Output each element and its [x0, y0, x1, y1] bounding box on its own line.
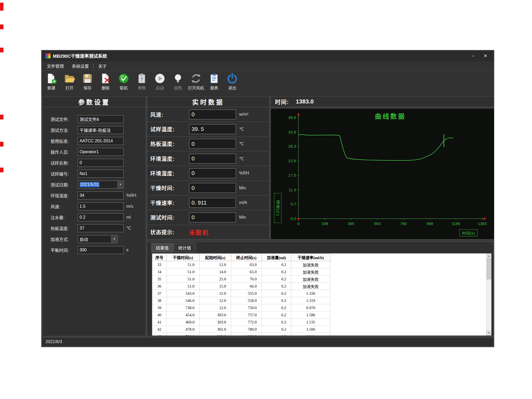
parameters-clipboard-icon: ?: [136, 73, 147, 84]
text-input[interactable]: 34: [78, 192, 124, 200]
table-cell: 0.2: [262, 304, 291, 311]
table-row[interactable]: 3551.025.076.00.2加液失败: [152, 276, 330, 283]
table-row[interactable]: 40454.0303.0757.00.21.586: [152, 311, 330, 319]
table-cell: 546.0: [167, 297, 200, 304]
param-field-9: 注水量:0.2ml: [43, 212, 146, 223]
toolbar-button-report-clipboard[interactable]: 报表: [205, 72, 223, 90]
table-cell: 33: [152, 261, 167, 268]
realtime-unit: ℃: [239, 141, 244, 146]
realtime-label: 热板温度:: [147, 140, 189, 148]
select-input[interactable]: 自动▼: [78, 235, 118, 243]
toolbar-button-fan-arrows[interactable]: 打开风机: [187, 72, 205, 90]
field-label: 测试文件:: [43, 116, 78, 122]
chevron-down-icon[interactable]: ▼: [117, 181, 123, 188]
field-label: 使用标准:: [43, 138, 78, 144]
table-row[interactable]: 37543.012.0555.00.21.326: [152, 290, 330, 297]
realtime-row-2: 热板温度:0℃: [147, 137, 269, 151]
text-input[interactable]: Operator1: [78, 148, 124, 156]
text-input[interactable]: 300: [78, 246, 124, 254]
table-cell: 302.0: [200, 326, 231, 333]
text-input[interactable]: 0.2: [78, 213, 124, 221]
param-field-4: 试样名称:0: [43, 157, 146, 168]
tab-statistics[interactable]: 统计值: [174, 243, 196, 252]
field-label: 注水量:: [43, 214, 78, 221]
table-cell: 37: [152, 290, 167, 297]
param-field-8: 风速:1.5m/s: [43, 201, 146, 212]
param-field-0: 测试文件:测试文件8: [43, 114, 146, 124]
toolbar-button-exit-power[interactable]: 退出: [223, 72, 241, 90]
toolbar-button-save-floppy[interactable]: 保存: [78, 72, 97, 90]
table-row[interactable]: 42478.0302.0780.00.21.506: [152, 326, 330, 333]
table-cell: 0.2: [262, 261, 291, 268]
table-row[interactable]: 41469.0303.0772.00.21.535: [152, 319, 330, 326]
svg-text:5.7: 5.7: [290, 202, 296, 206]
table-row[interactable]: 43790.0303.01093.00.20.911: [152, 333, 330, 336]
scrollbar-thumb[interactable]: [487, 259, 491, 279]
toolbar-button-connect-check[interactable]: 联机: [115, 72, 133, 90]
table-row[interactable]: 3351.012.063.00.2加液失败: [152, 261, 330, 268]
close-button[interactable]: ✕: [479, 52, 492, 60]
table-cell: 772.0: [231, 319, 262, 326]
tab-results[interactable]: 结果值: [151, 243, 173, 252]
toolbar-button-new-document[interactable]: 新建: [42, 72, 60, 90]
table-cell: 0.2: [262, 276, 291, 283]
table-row[interactable]: 3651.015.066.00.2加液失败: [152, 283, 330, 290]
toolbar-button-open-folder[interactable]: 打开: [60, 72, 78, 90]
exit-power-icon: [227, 73, 238, 84]
text-input[interactable]: 0: [78, 159, 124, 167]
table-cell: 543.0: [167, 290, 200, 297]
chevron-down-icon[interactable]: ▼: [111, 236, 117, 243]
text-input[interactable]: 干燥速率-热板法: [78, 126, 124, 134]
table-row[interactable]: 38546.012.0558.00.21.319: [152, 297, 330, 304]
table-cell: 51.0: [167, 283, 200, 290]
menu-item-0[interactable]: 文件管理: [43, 61, 68, 70]
param-field-6: 测试日期:2021/5/31▼: [43, 179, 146, 190]
realtime-value-box: 0. 911: [189, 198, 236, 208]
time-bar: 时间: 1383.0: [271, 96, 494, 107]
status-date: 2021/6/3: [45, 339, 62, 344]
table-cell: 51.0: [167, 268, 200, 276]
text-input[interactable]: 1.5: [78, 202, 124, 210]
date-input[interactable]: 2021/5/31▼: [78, 181, 124, 189]
realtime-unit: ℃: [239, 127, 244, 132]
scroll-down-arrow[interactable]: ▼: [487, 331, 492, 335]
table-cell: 66.0: [231, 283, 262, 290]
table-scrollbar[interactable]: ▲ ▼: [486, 253, 491, 335]
toolbar-button-start-play: 启动: [151, 72, 169, 90]
realtime-panel-title: 实时数据: [147, 97, 269, 107]
realtime-row-4: 环境湿度:0%RH: [147, 166, 269, 181]
app-icon: [45, 53, 51, 59]
text-input[interactable]: 测试文件8: [78, 115, 124, 123]
table-cell: 12.0: [200, 261, 231, 268]
field-label: 操作人员:: [43, 149, 78, 155]
chart-title: 曲线数据: [298, 111, 482, 120]
table-cell: 加液失败: [291, 283, 330, 290]
realtime-label: 环境湿度:: [147, 169, 189, 177]
results-table: 序号干燥时间(s)起始时间(s)终止时间(s)加液量(ml)干燥速率(ml/h)…: [152, 253, 330, 336]
menu-item-1[interactable]: 系统设置: [68, 61, 93, 70]
table-cell: 750.0: [231, 304, 262, 311]
realtime-row-1: 试样温度:39. 5℃: [147, 122, 269, 136]
table-cell: 1.326: [291, 290, 330, 297]
minimize-button[interactable]: –: [467, 52, 479, 60]
svg-text:28.3: 28.3: [288, 144, 296, 148]
time-label: 时间:: [275, 98, 289, 106]
toolbar-button-delete-document[interactable]: 删除: [97, 72, 115, 90]
field-label: 环境湿度:: [43, 192, 78, 199]
scroll-up-arrow[interactable]: ▲: [487, 253, 492, 258]
field-label: 测试日期:: [43, 181, 78, 188]
table-cell: 558.0: [231, 297, 262, 304]
menu-item-2[interactable]: 关于: [94, 61, 111, 70]
text-input[interactable]: No1: [78, 170, 124, 178]
table-cell: 0.2: [262, 268, 291, 276]
toolbar: 新建打开保存删除联机?参数启动加热打开风机报表退出: [42, 71, 494, 96]
text-input[interactable]: AATCC 201-2014: [78, 137, 124, 145]
table-row[interactable]: 3451.014.065.00.2加液失败: [152, 268, 330, 276]
table-cell: 0.2: [262, 326, 291, 333]
realtime-unit: %RH: [239, 171, 249, 176]
table-cell: 加液失败: [291, 261, 330, 268]
text-input[interactable]: 37: [78, 224, 124, 232]
table-row[interactable]: 39738.012.0750.00.20.976: [152, 304, 330, 311]
connect-check-icon: [118, 73, 129, 84]
field-unit: ℃: [126, 226, 131, 231]
